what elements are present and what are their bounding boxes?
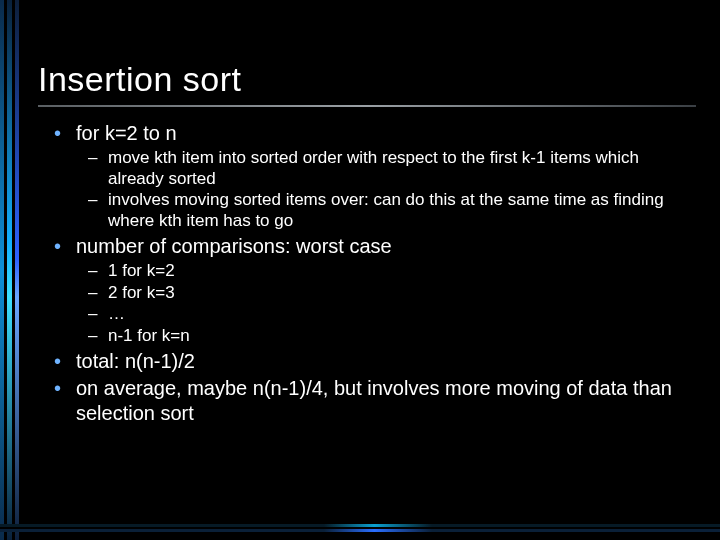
sub-list-item: move kth item into sorted order with res…: [88, 148, 696, 189]
sub-list-item: 2 for k=3: [88, 283, 696, 304]
bullet-list: for k=2 to n move kth item into sorted o…: [38, 121, 696, 426]
list-item-text: number of comparisons: worst case: [76, 235, 392, 257]
sub-list-item: 1 for k=2: [88, 261, 696, 282]
slide-content: Insertion sort for k=2 to n move kth ite…: [38, 60, 696, 428]
bottom-accent-stripes: [0, 524, 720, 534]
list-item-text: on average, maybe n(n-1)/4, but involves…: [76, 377, 672, 424]
list-item: for k=2 to n move kth item into sorted o…: [54, 121, 696, 232]
left-accent-stripes: [0, 0, 22, 540]
list-item: number of comparisons: worst case 1 for …: [54, 234, 696, 347]
list-item-text: total: n(n-1)/2: [76, 350, 195, 372]
slide-title: Insertion sort: [38, 60, 696, 99]
sub-list-item: n-1 for k=n: [88, 326, 696, 347]
sub-list-item: involves moving sorted items over: can d…: [88, 190, 696, 231]
sub-list-item: …: [88, 304, 696, 325]
list-item-text: for k=2 to n: [76, 122, 177, 144]
list-item: total: n(n-1)/2: [54, 349, 696, 374]
sub-list: 1 for k=2 2 for k=3 … n-1 for k=n: [76, 261, 696, 347]
sub-list: move kth item into sorted order with res…: [76, 148, 696, 232]
title-rule: [38, 105, 696, 107]
list-item: on average, maybe n(n-1)/4, but involves…: [54, 376, 696, 426]
